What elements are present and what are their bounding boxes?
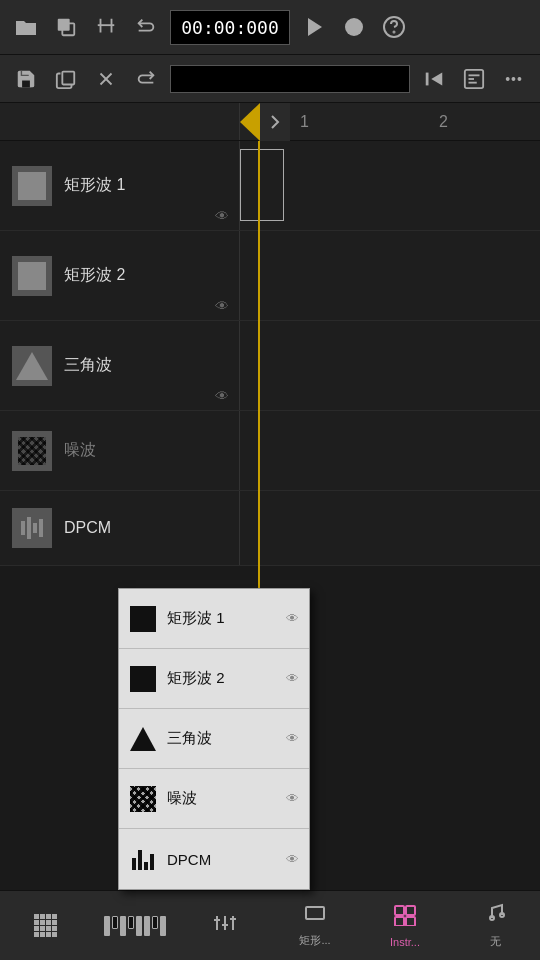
track-row: 矩形波 1 👁 [0, 141, 540, 231]
track-label-square1[interactable]: 矩形波 1 👁 [0, 141, 240, 230]
playhead-arrow [240, 103, 290, 141]
track-name-square1: 矩形波 1 [64, 175, 227, 196]
menu-eye-square1[interactable]: 👁 [286, 611, 299, 626]
menu-item-noise[interactable]: 噪波 👁 [119, 769, 309, 829]
instrument-icon [393, 904, 417, 932]
menu-eye-noise[interactable]: 👁 [286, 791, 299, 806]
dpcm-icon [12, 508, 52, 548]
mixer-icon [213, 912, 237, 940]
arrow-icon [260, 103, 290, 141]
menu-item-dpcm[interactable]: DPCM 👁 [119, 829, 309, 889]
instrument-button[interactable]: Instr... [365, 896, 445, 956]
time-display: 00:00:000 [170, 10, 290, 45]
eye-icon-square1[interactable]: 👁 [215, 208, 229, 224]
copy-button[interactable] [46, 7, 86, 47]
square-channel-label: 矩形... [299, 933, 330, 948]
timeline-header: 1 2 [0, 103, 540, 141]
menu-eye-triangle[interactable]: 👁 [286, 731, 299, 746]
track-name-triangle: 三角波 [64, 355, 227, 376]
square-channel-icon [304, 903, 326, 929]
menu-triangle-icon [129, 725, 157, 753]
track-row: 噪波 [0, 411, 540, 491]
menu-item-square2[interactable]: 矩形波 2 👁 [119, 649, 309, 709]
instrument-label: Instr... [390, 936, 420, 948]
svg-point-8 [394, 32, 395, 33]
svg-rect-25 [395, 906, 404, 915]
menu-item-triangle[interactable]: 三角波 👁 [119, 709, 309, 769]
piano-roll-button[interactable] [5, 896, 85, 956]
noise-icon [12, 431, 52, 471]
delete-button[interactable] [86, 59, 126, 99]
track-row: 三角波 👁 [0, 321, 540, 411]
svg-rect-24 [306, 907, 324, 919]
track-content-noise[interactable] [240, 411, 540, 490]
skip-back-button[interactable] [414, 59, 454, 99]
undo-button[interactable] [126, 7, 166, 47]
square2-icon [12, 256, 52, 296]
export-button[interactable] [454, 59, 494, 99]
help-button[interactable] [374, 7, 414, 47]
track-content-triangle[interactable] [240, 321, 540, 410]
track-name-noise: 噪波 [64, 440, 227, 461]
track-content-square2[interactable] [240, 231, 540, 320]
svg-rect-28 [406, 917, 415, 926]
svg-marker-12 [431, 72, 442, 85]
track-name-dpcm: DPCM [64, 519, 227, 537]
track-row: DPCM [0, 491, 540, 566]
svg-rect-13 [426, 72, 429, 85]
more-button[interactable]: ••• [494, 59, 534, 99]
eye-icon-square2[interactable]: 👁 [215, 298, 229, 314]
save-button[interactable] [6, 59, 46, 99]
svg-rect-27 [395, 917, 404, 926]
music-note-icon [484, 902, 506, 930]
cut-button[interactable] [86, 7, 126, 47]
piano-roll-icon [34, 914, 57, 937]
open-button[interactable] [6, 7, 46, 47]
square1-icon [12, 166, 52, 206]
top-toolbar: 00:00:000 [0, 0, 540, 55]
menu-item-square1[interactable]: 矩形波 1 👁 [119, 589, 309, 649]
triangle-icon [12, 346, 52, 386]
menu-label-noise: 噪波 [167, 789, 276, 808]
svg-rect-1 [58, 19, 70, 31]
bottom-toolbar: 矩形... Instr... 无 [0, 890, 540, 960]
svg-point-6 [345, 18, 363, 36]
menu-label-dpcm: DPCM [167, 851, 276, 868]
track-label-dpcm[interactable]: DPCM [0, 491, 240, 565]
svg-rect-26 [406, 906, 415, 915]
no-channel-label: 无 [490, 934, 501, 949]
menu-label-square2: 矩形波 2 [167, 669, 276, 688]
track-content-square1[interactable] [240, 141, 540, 230]
menu-dpcm-icon [129, 845, 157, 873]
menu-eye-dpcm[interactable]: 👁 [286, 852, 299, 867]
menu-label-square1: 矩形波 1 [167, 609, 276, 628]
menu-eye-square2[interactable]: 👁 [286, 671, 299, 686]
timeline-marker-1: 1 [300, 113, 309, 131]
track-content-dpcm[interactable] [240, 491, 540, 565]
record-button[interactable] [334, 7, 374, 47]
channel-dropdown: 矩形波 1 👁 矩形波 2 👁 三角波 👁 噪波 👁 [118, 588, 310, 890]
menu-label-triangle: 三角波 [167, 729, 276, 748]
clip-block-square1[interactable] [240, 149, 284, 221]
piano-icon [104, 916, 166, 936]
timeline-marker-2: 2 [439, 113, 448, 131]
play-button[interactable] [294, 7, 334, 47]
track-label-column [0, 103, 240, 140]
eye-icon-triangle[interactable]: 👁 [215, 388, 229, 404]
redo-button[interactable] [126, 59, 166, 99]
piano-button[interactable] [95, 896, 175, 956]
track-row: 矩形波 2 👁 [0, 231, 540, 321]
mixer-button[interactable] [185, 896, 265, 956]
track-label-triangle[interactable]: 三角波 👁 [0, 321, 240, 410]
track-label-noise[interactable]: 噪波 [0, 411, 240, 490]
progress-bar[interactable] [170, 65, 410, 93]
menu-noise-icon [129, 785, 157, 813]
square-channel-button[interactable]: 矩形... [275, 896, 355, 956]
menu-square1-icon [129, 605, 157, 633]
track-name-square2: 矩形波 2 [64, 265, 227, 286]
track-label-square2[interactable]: 矩形波 2 👁 [0, 231, 240, 320]
paste-button[interactable] [46, 59, 86, 99]
menu-square2-icon [129, 665, 157, 693]
svg-rect-9 [62, 71, 74, 84]
no-channel-button[interactable]: 无 [455, 896, 535, 956]
